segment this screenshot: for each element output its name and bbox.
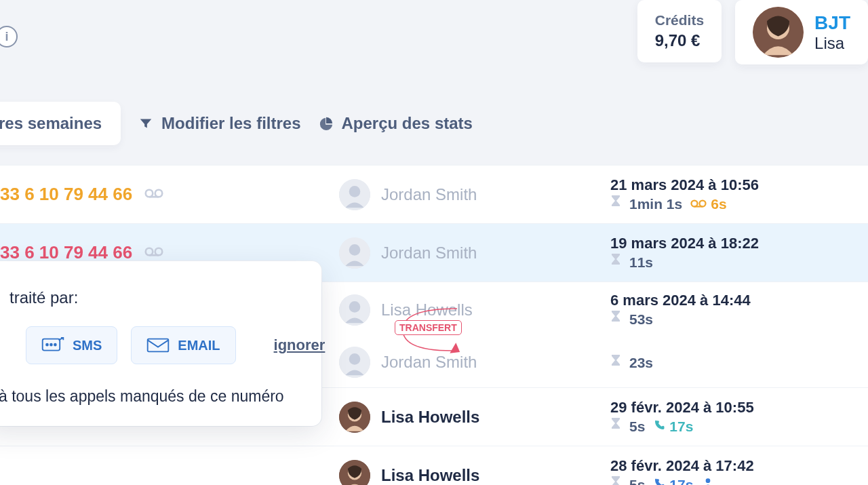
- agent-cell: Jordan Smith: [339, 179, 610, 210]
- agent-name: Jordan Smith: [381, 353, 477, 372]
- svg-point-27: [50, 344, 52, 346]
- user-name: Lisa: [814, 34, 850, 53]
- filter-button[interactable]: Modifier les filtres: [138, 114, 300, 133]
- agent-name: Jordan Smith: [381, 185, 477, 204]
- credits-value: 9,70 €: [655, 31, 704, 50]
- ignore-link[interactable]: ignorer: [274, 336, 326, 354]
- toolbar: res semaines Modifier les filtres Aperçu…: [0, 102, 473, 145]
- header-cards: Crédits 9,70 € BJT Lisa: [637, 0, 868, 64]
- handle-popup: traité par: SMS EMAIL ignorer à tous les…: [0, 261, 321, 426]
- agent-cell: Lisa Howells: [339, 402, 610, 433]
- agent-name: Lisa Howells: [381, 408, 479, 427]
- call-meta: 28 févr. 2024 à 17:42 5s 17s: [610, 457, 868, 485]
- hourglass-icon: [610, 254, 621, 271]
- filter-label: Modifier les filtres: [161, 114, 300, 133]
- svg-point-6: [349, 186, 361, 197]
- sms-label: SMS: [73, 338, 102, 353]
- popup-note: à tous les appels manqués de ce numéro: [0, 387, 305, 406]
- call-row[interactable]: 33 6 10 79 44 66 Jordan Smith 21 mars 20…: [0, 165, 868, 223]
- svg-point-11: [155, 248, 163, 256]
- voicemail-icon: [144, 184, 163, 205]
- sms-button[interactable]: SMS: [26, 326, 117, 364]
- call-meta: 21 mars 2024 à 10:56 1min 1s 6s: [610, 176, 868, 212]
- hourglass-icon: [610, 195, 621, 212]
- svg-point-14: [349, 244, 361, 256]
- svg-point-28: [54, 344, 56, 346]
- stats-label: Aperçu des stats: [342, 114, 473, 133]
- call-date: 6 mars 2024 à 14:44: [610, 292, 854, 309]
- call-date: 28 févr. 2024 à 17:42: [610, 457, 854, 475]
- call-duration: 17s: [669, 477, 693, 486]
- agent-name: Lisa Howells: [381, 466, 479, 485]
- wait-duration: 1min 1s: [629, 196, 682, 212]
- pie-chart-icon: [319, 116, 334, 131]
- wait-duration: 53s: [629, 311, 653, 328]
- voicemail-icon: [144, 242, 163, 263]
- agent-cell: Lisa Howells: [339, 294, 610, 326]
- email-label: EMAIL: [178, 338, 220, 353]
- svg-point-23: [706, 478, 711, 483]
- wait-duration: 5s: [629, 419, 645, 435]
- wait-duration: 5s: [629, 477, 645, 486]
- hourglass-icon: [610, 355, 621, 372]
- email-icon: [146, 336, 170, 354]
- call-meta: 6 mars 2024 à 14:44 53s: [610, 292, 868, 328]
- avatar: [339, 460, 370, 486]
- svg-point-2: [146, 190, 153, 197]
- wait-duration: 23s: [629, 355, 653, 371]
- call-meta: 29 févr. 2024 à 10:55 5s 17s: [610, 399, 868, 435]
- call-meta: 23s: [610, 353, 868, 372]
- hourglass-icon: [610, 418, 621, 435]
- phone-icon: [653, 419, 665, 435]
- agent-cell: Lisa Howells: [339, 460, 610, 486]
- filter-icon: [138, 116, 153, 131]
- phone-number: 33 6 10 79 44 66: [0, 242, 339, 263]
- sms-icon: [41, 336, 64, 354]
- credits-card[interactable]: Crédits 9,70 €: [637, 0, 722, 62]
- svg-point-16: [349, 301, 361, 313]
- transfer-badge: TRANSFERT: [395, 320, 462, 335]
- wait-duration: 11s: [629, 254, 653, 271]
- stats-button[interactable]: Aperçu des stats: [319, 114, 473, 133]
- svg-point-7: [692, 200, 698, 206]
- call-date: 29 févr. 2024 à 10:55: [610, 399, 854, 416]
- svg-point-18: [349, 353, 361, 365]
- period-pill[interactable]: res semaines: [0, 102, 121, 145]
- avatar: [753, 7, 804, 58]
- avatar: [339, 179, 370, 210]
- credits-label: Crédits: [655, 12, 704, 28]
- agent-cell: Jordan Smith: [339, 347, 610, 378]
- avatar: [339, 237, 370, 269]
- avatar: [339, 294, 370, 326]
- call-date: 19 mars 2024 à 18:22: [610, 235, 854, 252]
- call-duration: 17s: [669, 419, 693, 435]
- popup-actions: SMS EMAIL ignorer: [0, 326, 305, 364]
- svg-point-26: [46, 344, 48, 346]
- svg-point-10: [146, 248, 153, 256]
- hourglass-icon: [610, 476, 621, 485]
- email-button[interactable]: EMAIL: [131, 326, 235, 364]
- svg-rect-29: [148, 339, 169, 352]
- popup-title: traité par:: [0, 288, 305, 307]
- avatar: [339, 402, 370, 433]
- phone-number: 33 6 10 79 44 66: [0, 184, 339, 205]
- user-card[interactable]: BJT Lisa: [735, 0, 868, 64]
- info-icon[interactable]: i: [0, 26, 18, 47]
- voicemail-duration: 6s: [711, 196, 726, 212]
- phone-icon: [653, 477, 665, 486]
- agent-name: Jordan Smith: [381, 244, 477, 263]
- svg-point-8: [700, 200, 706, 206]
- svg-point-3: [155, 190, 163, 197]
- call-row[interactable]: Lisa Howells 28 févr. 2024 à 17:42 5s 17…: [0, 446, 868, 485]
- voicemail-icon: [690, 196, 707, 212]
- person-icon: [701, 476, 715, 485]
- avatar: [339, 347, 370, 378]
- call-meta: 19 mars 2024 à 18:22 11s: [610, 235, 868, 271]
- call-date: 21 mars 2024 à 10:56: [610, 176, 854, 194]
- hourglass-icon: [610, 311, 621, 328]
- user-org: BJT: [814, 12, 850, 34]
- agent-cell: Jordan Smith: [339, 237, 610, 269]
